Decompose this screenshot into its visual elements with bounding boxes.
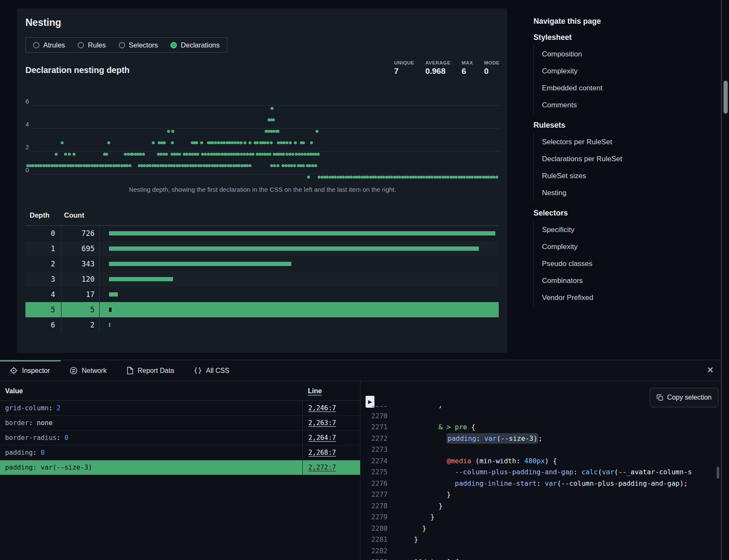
scatter-dot [240, 141, 243, 144]
stat-label: AVERAGE [425, 60, 451, 65]
depth-table-row[interactable]: 62 [25, 317, 499, 333]
sidebar-item-specificity[interactable]: Specificity [542, 221, 716, 238]
line-link[interactable]: 2,264:7 [308, 434, 336, 442]
stat-average: AVERAGE0.968 [425, 60, 451, 76]
code-text: &[data-…] { [406, 557, 459, 560]
code-token: } [422, 524, 427, 532]
scatter-dot [240, 153, 243, 156]
code-token: } [447, 490, 451, 498]
sidebar-item-declarations-per-ruleset[interactable]: Declarations per RuleSet [542, 151, 716, 168]
line-link[interactable]: 2,268:7 [308, 449, 336, 456]
scatter-dot [289, 141, 292, 144]
scatter-dot [285, 153, 288, 156]
line-link[interactable]: 2,246:7 [308, 404, 336, 412]
sidebar-item-complexity[interactable]: Complexity [542, 63, 716, 80]
property-value: var(--size-3) [41, 464, 92, 471]
value-row[interactable]: padding: 02,268:7 [0, 445, 360, 460]
radio-declarations[interactable]: Declarations [170, 41, 220, 49]
value-table-header: Value Line [0, 381, 360, 401]
stat-unique: UNIQUE7 [394, 60, 414, 76]
sidebar-item-composition[interactable]: Composition [542, 46, 716, 63]
line-number: 2274 [369, 456, 388, 467]
line-cell: 2,264:7 [302, 431, 360, 445]
copy-selection-button[interactable]: Copy selection [650, 388, 718, 407]
scatter-dot [55, 153, 58, 156]
declaration-cell: padding: var(--size-3) [0, 464, 302, 471]
sidebar-item-complexity[interactable]: Complexity [542, 238, 716, 255]
line-number: 2283 [369, 557, 388, 560]
page-scrollbar-thumb[interactable] [723, 81, 728, 114]
tab-report-data[interactable]: Report Data [117, 360, 184, 381]
scatter-dot [243, 141, 246, 144]
line-number: 2276 [369, 478, 388, 490]
active-tab-indicator [0, 360, 61, 361]
code-token: ] { [447, 558, 459, 560]
value-row[interactable]: border-radius: 02,264:7 [0, 431, 360, 445]
code-line: 2278 } [360, 501, 721, 512]
line-cell: 2,263:7 [302, 416, 360, 430]
line-column-header[interactable]: Line [302, 387, 360, 395]
sidebar-item-pseudo-classes[interactable]: Pseudo classes [542, 255, 716, 272]
line-link[interactable]: 2,263:7 [308, 419, 336, 427]
page-scrollbar-track[interactable] [721, 0, 729, 560]
sidebar-item-combinators[interactable]: Combinators [542, 272, 716, 289]
line-cell: 2,246:7 [302, 401, 360, 415]
count-cell: 5 [61, 302, 100, 317]
tab-network[interactable]: Network [60, 360, 117, 381]
bar-cell [100, 231, 499, 235]
devtools-tabbar: InspectorNetworkReport DataAll CSS ✕ [0, 360, 721, 381]
depth-table-row[interactable]: 3120 [25, 272, 499, 287]
line-number: 2272 [369, 433, 388, 445]
bar-cell [100, 246, 499, 251]
depth-cell: 1 [25, 241, 61, 256]
depth-table-row[interactable]: 55 [25, 302, 499, 317]
depth-table-row[interactable]: 417 [25, 287, 499, 302]
stat-mode: MODE0 [484, 60, 500, 76]
scatter-dot [223, 141, 226, 144]
code-token [406, 468, 455, 476]
count-bar [109, 323, 110, 327]
sidebar-item-vendor-prefixed[interactable]: Vendor Prefixed [542, 289, 716, 306]
radio-rules[interactable]: Rules [78, 41, 106, 49]
scatter-dot [196, 153, 199, 156]
line-link[interactable]: 2,272:7 [308, 464, 336, 471]
stat-value: 7 [394, 67, 414, 76]
scatter-dot [64, 153, 67, 156]
count-cell: 726 [61, 226, 100, 241]
sidebar-item-nesting[interactable]: Nesting [542, 185, 716, 202]
card-title: Nesting [25, 17, 61, 28]
depth-cell: 6 [25, 317, 61, 333]
tab-all-css[interactable]: All CSS [184, 360, 239, 381]
value-row[interactable]: padding: var(--size-3)2,272:7 [0, 460, 360, 475]
code-token [406, 434, 447, 442]
scatter-dot [249, 141, 251, 144]
sidebar-item-comments[interactable]: Comments [542, 97, 716, 114]
y-tick-label: 4 [25, 120, 29, 128]
code-line: 2275 --column-plus-padding-and-gap: calc… [360, 467, 721, 478]
value-column-header: Value [0, 387, 302, 395]
tab-inspector[interactable]: Inspector [0, 360, 60, 381]
sidebar-item-embedded-content[interactable]: Embedded content [542, 80, 716, 97]
line-number: 2279 [369, 512, 388, 523]
sidebar-item-ruleset-sizes[interactable]: RuleSet sizes [542, 168, 716, 185]
depth-table-row[interactable]: 0726 [25, 226, 499, 241]
section-header-row: Declaration nesting depth UNIQUE7AVERAGE… [25, 60, 500, 76]
depth-table-row[interactable]: 1695 [25, 241, 499, 256]
close-icon[interactable]: ✕ [705, 364, 716, 375]
sidebar-item-selectors-per-ruleset[interactable]: Selectors per RuleSet [542, 134, 716, 151]
depth-cell: 5 [25, 302, 61, 317]
code-token [406, 479, 455, 487]
value-row[interactable]: border: none2,263:7 [0, 416, 360, 431]
code-panel: ▶ Copy selection 2269 }22702271 & > pre … [360, 381, 721, 560]
code-line: 2281 } [360, 534, 721, 546]
value-row[interactable]: grid-column: 22,246:7 [0, 401, 360, 416]
radio-selectors[interactable]: Selectors [119, 41, 158, 49]
scatter-dot [256, 141, 259, 144]
code-text: @media (min-width: 480px) { [406, 456, 557, 467]
radio-atrules[interactable]: Atrules [33, 41, 65, 49]
depth-table-row[interactable]: 2343 [25, 256, 499, 272]
property-name: grid-column [5, 404, 49, 412]
code-line: 2271 & > pre { [360, 422, 721, 433]
code-scrollbar-thumb[interactable] [717, 467, 719, 479]
code-token: (--size-3) [497, 434, 537, 442]
